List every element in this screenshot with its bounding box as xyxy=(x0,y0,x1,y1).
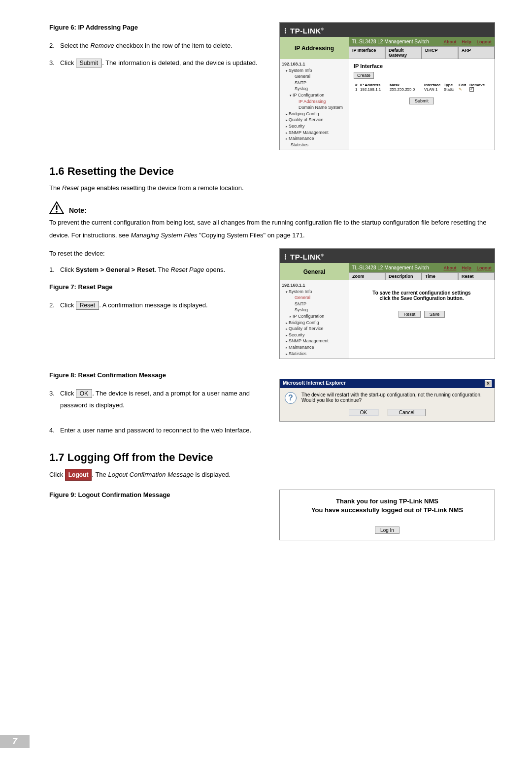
figure-6-label: Figure 6: IP Addressing Page xyxy=(49,22,268,33)
tree-qos[interactable]: Quality of Service xyxy=(286,117,347,123)
submit-button-inline: Submit xyxy=(76,59,102,67)
reset-step-1-number: 1. xyxy=(49,264,60,275)
note-paragraph: To prevent the current configuration fro… xyxy=(49,216,495,241)
screenshot-ip-addressing: TP-LINK® IP Addressing TL-SL3428 L2 Mana… xyxy=(279,22,495,150)
heading-1-7: 1.7 Logging Off from the Device xyxy=(49,451,495,464)
tab-ip-interface[interactable]: IP Interface xyxy=(349,46,385,59)
tree-ip-config-2[interactable]: IP Configuration xyxy=(290,313,347,320)
hdr-edit: Edit xyxy=(457,83,468,87)
tree-qos-2[interactable]: Quality of Service xyxy=(286,326,347,332)
heading-1-6: 1.6 Resetting the Device xyxy=(49,165,495,178)
tplink-logo-2: TP-LINK® xyxy=(290,253,324,261)
ip-interface-heading: IP Interface xyxy=(354,63,490,69)
step-3-text-b: . The information is deleted, and the de… xyxy=(102,59,258,66)
ie-message: The device will restart with the start-u… xyxy=(301,392,490,403)
tree-ip-addressing[interactable]: IP Addressing xyxy=(294,99,347,105)
edit-icon[interactable]: ✎ xyxy=(457,87,468,93)
tree-ip-config[interactable]: IP Configuration xyxy=(290,92,347,99)
tree-system-info-2[interactable]: System Info xyxy=(286,289,347,295)
close-icon[interactable]: × xyxy=(485,380,492,387)
row-num: 1 xyxy=(354,87,359,93)
logout-confirmation-box: Thank you for using TP-Link NMS You have… xyxy=(279,490,495,540)
tree-general-2[interactable]: General xyxy=(290,295,347,301)
row-type: Static xyxy=(442,87,457,93)
reset-step-4-text: Enter a user name and password to reconn… xyxy=(60,425,495,436)
help-link-2[interactable]: Help xyxy=(462,265,471,270)
reset-step-3-text: Click OK. The device is reset, and a pro… xyxy=(60,388,268,411)
tree-statistics[interactable]: Statistics xyxy=(286,142,347,148)
reset-button[interactable]: Reset xyxy=(399,311,421,318)
page-title-ip-addressing: IP Addressing xyxy=(280,37,349,59)
svg-rect-1 xyxy=(56,205,58,210)
step-2-text: Select the Remove checkbox in the row of… xyxy=(60,40,268,51)
tree-dns[interactable]: Domain Name System xyxy=(294,104,347,111)
tree-snmp[interactable]: SNMP Management xyxy=(286,130,347,136)
ok-button[interactable]: OK xyxy=(349,409,378,416)
nav-tree-2: 192.168.1.1 System Info General SNTP Sys… xyxy=(280,280,349,359)
tree-root[interactable]: 192.168.1.1 xyxy=(282,61,347,67)
tab-arp[interactable]: ARP xyxy=(458,46,495,59)
help-link[interactable]: Help xyxy=(462,39,471,44)
tree-system-info[interactable]: System Info xyxy=(286,67,347,74)
hdr-ip: IP Address xyxy=(359,83,388,87)
save-config-msg-1: To save the current configuration settin… xyxy=(354,290,490,296)
tree-sntp[interactable]: SNTP xyxy=(290,80,347,86)
figure-8-label: Figure 8: Reset Confirmation Message xyxy=(49,370,268,381)
row-ip: 192.168.1.1 xyxy=(359,87,388,93)
tree-general[interactable]: General xyxy=(290,73,347,80)
about-link-2[interactable]: About xyxy=(443,265,456,270)
nav-tree: 192.168.1.1 System Info General SNTP Sys… xyxy=(280,59,349,150)
to-reset-intro: To reset the device: xyxy=(49,248,268,259)
save-config-msg-2: click the Save Configuration button. xyxy=(354,296,490,301)
tree-security-2[interactable]: Security xyxy=(286,332,347,338)
row-mask: 255.255.255.0 xyxy=(388,87,423,93)
tab-time[interactable]: Time xyxy=(422,272,458,280)
tree-bridging[interactable]: Bridging Config xyxy=(286,111,347,117)
tree-security[interactable]: Security xyxy=(286,123,347,130)
product-name: TL-SL3428 L2 Management Switch xyxy=(352,39,429,44)
tab-dhcp[interactable]: DHCP xyxy=(422,46,458,59)
step-2-text-a: Select the xyxy=(60,42,90,49)
logout-msg-2: You have successfully logged out of TP-L… xyxy=(285,506,490,515)
note-icon xyxy=(49,201,64,214)
tree-root-2[interactable]: 192.168.1.1 xyxy=(282,282,347,289)
submit-button[interactable]: Submit xyxy=(409,98,434,104)
tree-snmp-2[interactable]: SNMP Management xyxy=(286,338,347,344)
logout-link[interactable]: Logout xyxy=(477,39,492,44)
step-2-number: 2. xyxy=(49,40,60,51)
remove-checkbox[interactable] xyxy=(468,87,475,93)
figure-7-label: Figure 7: Reset Page xyxy=(49,282,268,293)
tree-maintenance[interactable]: Maintenance xyxy=(286,135,347,142)
product-name-2: TL-SL3428 L2 Management Switch xyxy=(352,265,429,270)
tab-reset[interactable]: Reset xyxy=(458,272,495,280)
hdr-mask: Mask xyxy=(388,83,423,87)
cancel-button[interactable]: Cancel xyxy=(388,409,426,416)
p-reset-intro: The Reset page enables resetting the dev… xyxy=(49,183,495,194)
tree-maintenance-2[interactable]: Maintenance xyxy=(286,344,347,351)
reset-step-4-number: 4. xyxy=(49,425,60,436)
reset-step-2-text: Click Reset. A confirmation message is d… xyxy=(60,299,268,311)
step-3-text-a: Click xyxy=(60,59,76,66)
p-logout: Click Logout. The Logout Confirmation Me… xyxy=(49,469,495,481)
tab-description[interactable]: Description xyxy=(385,272,422,280)
tab-default-gateway[interactable]: Default Gateway xyxy=(385,46,422,59)
about-link[interactable]: About xyxy=(443,39,456,44)
logout-link-2[interactable]: Logout xyxy=(477,265,492,270)
save-button[interactable]: Save xyxy=(424,311,445,318)
tree-syslog[interactable]: Syslog xyxy=(290,86,347,92)
tree-syslog-2[interactable]: Syslog xyxy=(290,307,347,313)
hdr-interface: Interface xyxy=(423,83,442,87)
page-number: 7 xyxy=(0,735,30,748)
tree-statistics-2[interactable]: Statistics xyxy=(286,351,347,357)
tree-sntp-2[interactable]: SNTP xyxy=(290,301,347,307)
reset-button-inline: Reset xyxy=(76,301,99,310)
tplink-logo: TP-LINK® xyxy=(290,27,324,35)
tab-zoom[interactable]: Zoom xyxy=(349,272,385,280)
log-in-button[interactable]: Log In xyxy=(375,527,399,534)
logout-msg-1: Thank you for using TP-Link NMS xyxy=(285,497,490,506)
create-button[interactable]: Create xyxy=(354,72,374,79)
ok-button-inline: OK xyxy=(76,389,92,398)
ie-dialog: Microsoft Internet Explorer × ? The devi… xyxy=(279,379,495,422)
svg-point-2 xyxy=(56,211,58,213)
tree-bridging-2[interactable]: Bridging Config xyxy=(286,320,347,326)
